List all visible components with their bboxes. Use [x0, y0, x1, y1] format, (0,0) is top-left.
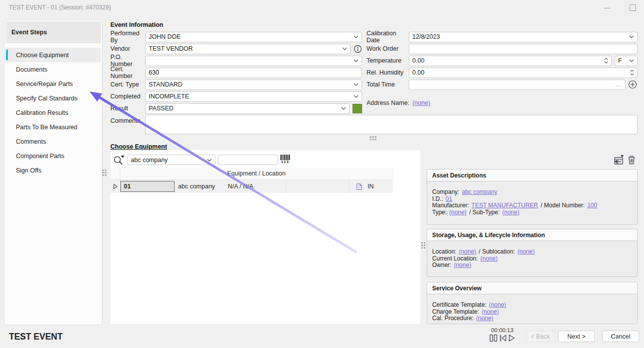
barcode-icon	[280, 155, 290, 160]
subtype-label: / Sub-Type:	[469, 209, 499, 216]
rel-humidity-label: Rel. Humidity	[367, 69, 409, 76]
cert-number-input[interactable]	[145, 68, 362, 78]
sidebar-item-label: Parts To Be Measured	[16, 124, 77, 131]
equipment-location-column-header[interactable]: Equipment / Location	[120, 170, 392, 177]
sidebar-item-calibration-results[interactable]: Calibration Results	[5, 105, 101, 120]
sidebar-item-parts-to-be-measured[interactable]: Parts To Be Measured	[5, 120, 101, 134]
search-icon	[112, 153, 125, 166]
id-link[interactable]: 01	[446, 195, 452, 202]
temperature-unit-combobox[interactable]: F	[615, 56, 638, 66]
equipment-id-cell[interactable]: 01	[120, 181, 175, 192]
cancel-button[interactable]: Cancel	[602, 331, 639, 342]
cal-procedure-link[interactable]: (none)	[476, 315, 493, 322]
equipment-search-input[interactable]	[218, 155, 278, 165]
chevron-down-icon	[354, 83, 359, 86]
chevron-down-icon	[629, 59, 634, 62]
performed-by-label: Performed By	[110, 30, 145, 44]
cert-type-label: Cert. Type	[110, 81, 145, 88]
chevron-down-icon	[342, 47, 347, 50]
pause-button[interactable]	[489, 334, 498, 342]
completed-value: INCOMPLETE	[149, 93, 352, 100]
temperature-unit-value: F	[618, 57, 627, 64]
owner-link[interactable]: (none)	[454, 261, 471, 268]
rel-humidity-spinner[interactable]: 0.00	[409, 68, 638, 78]
performed-by-value: JOHN DOE	[149, 33, 352, 40]
result-label: Result	[110, 105, 145, 112]
choose-equipment-title: Choose Equipment	[110, 143, 167, 150]
barcode-digits: 123	[281, 160, 289, 164]
minimize-button[interactable]	[600, 3, 614, 13]
restart-button[interactable]	[499, 334, 507, 342]
total-time-field[interactable]: ...	[409, 80, 626, 90]
result-combobox[interactable]: PASSED	[145, 103, 350, 114]
sidebar-item-service-repair-parts[interactable]: Service/Repair Parts	[5, 77, 101, 91]
sidebar-item-comments[interactable]: Comments	[5, 134, 101, 149]
certificate-template-link[interactable]: (none)	[489, 301, 506, 308]
grid-options-button[interactable]	[611, 155, 624, 166]
address-name-link[interactable]: (none)	[412, 99, 430, 106]
horizontal-splitter-handle[interactable]	[370, 136, 376, 140]
equipment-status-cell[interactable]: IN	[349, 180, 393, 193]
equipment-table-row[interactable]: 01 abc company N/A / N/A IN	[110, 180, 393, 193]
location-link[interactable]: (none)	[459, 248, 476, 255]
completed-combobox[interactable]: INCOMPLETE	[145, 91, 362, 102]
model-number-label: / Model Number:	[541, 202, 585, 209]
sidebar-splitter-handle[interactable]	[102, 170, 106, 176]
charge-template-link[interactable]: (none)	[482, 308, 499, 315]
current-location-link[interactable]: (none)	[480, 255, 498, 262]
grid-import-icon	[611, 155, 624, 166]
spinner-arrows-icon[interactable]	[630, 70, 634, 76]
vendor-combobox[interactable]: TEST VENDOR	[145, 44, 351, 54]
add-time-button[interactable]	[628, 80, 637, 89]
equipment-company-cell[interactable]: abc company	[176, 183, 226, 190]
type-label: Type:	[432, 209, 447, 216]
manufacturer-link[interactable]: TEST MANUFACTURER	[471, 202, 538, 209]
work-order-input[interactable]	[409, 44, 638, 54]
sidebar-item-sign-offs[interactable]: Sign Offs	[5, 163, 101, 177]
selected-indicator-bar	[6, 50, 8, 60]
sidebar-item-specify-cal-standards[interactable]: Specify Cal Standards	[5, 91, 101, 105]
barcode-scan-button[interactable]: 123	[280, 155, 290, 164]
result-status-indicator	[353, 104, 362, 113]
equipment-location-cell[interactable]: N/A / N/A	[226, 180, 286, 193]
row-expander[interactable]	[110, 183, 120, 189]
spinner-arrows-icon[interactable]	[604, 58, 608, 64]
sidebar-item-choose-equipment[interactable]: Choose Equipment	[5, 48, 101, 62]
temperature-value: 0.00	[412, 57, 424, 64]
company-link[interactable]: abc company	[462, 188, 497, 195]
model-number-link[interactable]: 100	[587, 202, 597, 209]
type-link[interactable]: (none)	[449, 209, 466, 216]
po-number-combobox[interactable]	[145, 56, 362, 66]
sublocation-link[interactable]: (none)	[517, 248, 535, 255]
comments-textarea[interactable]	[145, 115, 638, 134]
chevron-down-icon	[354, 95, 359, 98]
play-icon	[508, 334, 515, 342]
sidebar-header: Event Steps	[5, 21, 101, 43]
ellipsis-button[interactable]: ...	[616, 81, 622, 88]
back-button[interactable]: < Back	[526, 331, 554, 342]
subtype-link[interactable]: (none)	[502, 209, 520, 216]
event-information-title: Event Information	[110, 21, 163, 28]
maximize-button[interactable]	[626, 2, 640, 12]
sidebar-item-component-parts[interactable]: Component Parts	[5, 149, 101, 163]
company-filter-combobox[interactable]: abc company	[127, 155, 215, 165]
work-order-label: Work Order	[367, 45, 409, 52]
next-button[interactable]: Next >	[558, 331, 595, 342]
search-filter-button[interactable]	[112, 153, 125, 166]
cert-type-combobox[interactable]: STANDARD	[145, 80, 362, 90]
session-timer: 00:00:13	[485, 327, 520, 333]
panel-splitter-handle[interactable]	[421, 242, 425, 249]
address-name-label: Address Name:	[367, 99, 409, 106]
play-button[interactable]	[508, 334, 515, 342]
calibration-date-value: 12/8/2023	[412, 33, 627, 40]
sidebar-item-documents[interactable]: Documents	[5, 62, 101, 77]
equipment-table-header[interactable]: Equipment / Location	[110, 168, 393, 180]
calibration-date-combobox[interactable]: 12/8/2023	[409, 32, 638, 42]
vendor-info-button[interactable]	[354, 45, 362, 53]
service-overview-header: Service Overview	[427, 282, 637, 294]
temperature-spinner[interactable]: 0.00	[409, 56, 612, 66]
delete-button[interactable]	[627, 155, 636, 165]
cert-type-value: STANDARD	[149, 81, 352, 88]
performed-by-combobox[interactable]: JOHN DOE	[145, 32, 362, 42]
status-text: IN	[368, 183, 374, 190]
